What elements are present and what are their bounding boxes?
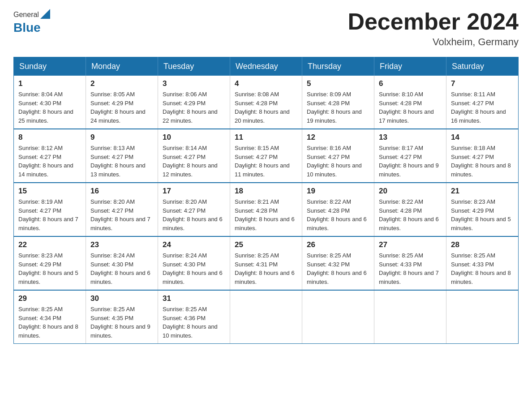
- calendar-cell: 8Sunrise: 8:12 AMSunset: 4:27 PMDaylight…: [14, 129, 86, 183]
- day-number: 12: [307, 133, 369, 142]
- calendar-cell: 2Sunrise: 8:05 AMSunset: 4:29 PMDaylight…: [86, 76, 158, 129]
- weekday-header-tuesday: Tuesday: [158, 57, 230, 76]
- calendar-cell: 22Sunrise: 8:23 AMSunset: 4:29 PMDayligh…: [14, 236, 86, 290]
- day-number: 29: [18, 294, 81, 303]
- day-number: 21: [451, 187, 514, 196]
- calendar-cell: [302, 290, 374, 344]
- day-number: 30: [90, 294, 153, 303]
- calendar-cell: 21Sunrise: 8:23 AMSunset: 4:29 PMDayligh…: [446, 183, 519, 236]
- calendar-cell: 15Sunrise: 8:19 AMSunset: 4:27 PMDayligh…: [14, 183, 86, 236]
- day-number: 13: [379, 133, 442, 142]
- day-number: 9: [90, 133, 153, 142]
- weekday-header-sunday: Sunday: [14, 57, 86, 76]
- calendar-week-row: 29Sunrise: 8:25 AMSunset: 4:34 PMDayligh…: [14, 290, 519, 344]
- day-number: 1: [18, 79, 81, 88]
- calendar-cell: 11Sunrise: 8:15 AMSunset: 4:27 PMDayligh…: [230, 129, 302, 183]
- day-number: 23: [90, 240, 153, 249]
- day-info: Sunrise: 8:23 AMSunset: 4:29 PMDaylight:…: [451, 197, 514, 232]
- day-info: Sunrise: 8:24 AMSunset: 4:30 PMDaylight:…: [90, 251, 153, 286]
- logo-arrow-icon: [40, 9, 50, 21]
- day-number: 2: [90, 79, 153, 88]
- calendar-cell: 26Sunrise: 8:25 AMSunset: 4:32 PMDayligh…: [302, 236, 374, 290]
- calendar-week-row: 22Sunrise: 8:23 AMSunset: 4:29 PMDayligh…: [14, 236, 519, 290]
- day-number: 4: [235, 79, 297, 88]
- day-number: 8: [18, 133, 81, 142]
- calendar-cell: 12Sunrise: 8:16 AMSunset: 4:27 PMDayligh…: [302, 129, 374, 183]
- location-subtitle: Volxheim, Germany: [348, 36, 519, 48]
- calendar-cell: 10Sunrise: 8:14 AMSunset: 4:27 PMDayligh…: [158, 129, 230, 183]
- calendar-cell: 27Sunrise: 8:25 AMSunset: 4:33 PMDayligh…: [374, 236, 446, 290]
- calendar-cell: 5Sunrise: 8:09 AMSunset: 4:28 PMDaylight…: [302, 76, 374, 129]
- day-number: 6: [379, 79, 442, 88]
- logo-blue-text: Blue: [13, 21, 41, 35]
- day-number: 19: [307, 187, 369, 196]
- day-info: Sunrise: 8:12 AMSunset: 4:27 PMDaylight:…: [18, 144, 81, 179]
- calendar-cell: 20Sunrise: 8:22 AMSunset: 4:28 PMDayligh…: [374, 183, 446, 236]
- weekday-header-saturday: Saturday: [446, 57, 519, 76]
- calendar-cell: [374, 290, 446, 344]
- day-number: 26: [307, 240, 369, 249]
- day-number: 22: [18, 240, 81, 249]
- page-header: General Blue December 2024 Volxheim, Ger…: [13, 9, 519, 48]
- calendar-cell: 29Sunrise: 8:25 AMSunset: 4:34 PMDayligh…: [14, 290, 86, 344]
- calendar-cell: 7Sunrise: 8:11 AMSunset: 4:27 PMDaylight…: [446, 76, 519, 129]
- day-info: Sunrise: 8:18 AMSunset: 4:27 PMDaylight:…: [451, 144, 514, 179]
- calendar-cell: 13Sunrise: 8:17 AMSunset: 4:27 PMDayligh…: [374, 129, 446, 183]
- day-number: 7: [451, 79, 514, 88]
- day-info: Sunrise: 8:22 AMSunset: 4:28 PMDaylight:…: [379, 197, 442, 232]
- day-info: Sunrise: 8:23 AMSunset: 4:29 PMDaylight:…: [18, 251, 81, 286]
- calendar-cell: 30Sunrise: 8:25 AMSunset: 4:35 PMDayligh…: [86, 290, 158, 344]
- svg-marker-0: [40, 9, 50, 19]
- calendar-cell: 3Sunrise: 8:06 AMSunset: 4:29 PMDaylight…: [158, 76, 230, 129]
- day-number: 28: [451, 240, 514, 249]
- day-number: 10: [163, 133, 225, 142]
- calendar-cell: 25Sunrise: 8:25 AMSunset: 4:31 PMDayligh…: [230, 236, 302, 290]
- day-info: Sunrise: 8:17 AMSunset: 4:27 PMDaylight:…: [379, 144, 442, 179]
- calendar-cell: [446, 290, 519, 344]
- calendar-cell: 19Sunrise: 8:22 AMSunset: 4:28 PMDayligh…: [302, 183, 374, 236]
- day-info: Sunrise: 8:06 AMSunset: 4:29 PMDaylight:…: [163, 90, 225, 125]
- calendar-cell: 28Sunrise: 8:25 AMSunset: 4:33 PMDayligh…: [446, 236, 519, 290]
- logo: General Blue: [13, 9, 50, 35]
- day-number: 24: [163, 240, 225, 249]
- title-area: December 2024 Volxheim, Germany: [348, 9, 519, 48]
- day-number: 3: [163, 79, 225, 88]
- day-info: Sunrise: 8:25 AMSunset: 4:32 PMDaylight:…: [307, 251, 369, 286]
- day-number: 16: [90, 187, 153, 196]
- calendar-cell: 4Sunrise: 8:08 AMSunset: 4:28 PMDaylight…: [230, 76, 302, 129]
- calendar-cell: 16Sunrise: 8:20 AMSunset: 4:27 PMDayligh…: [86, 183, 158, 236]
- calendar-cell: 31Sunrise: 8:25 AMSunset: 4:36 PMDayligh…: [158, 290, 230, 344]
- day-number: 20: [379, 187, 442, 196]
- day-info: Sunrise: 8:15 AMSunset: 4:27 PMDaylight:…: [235, 144, 297, 179]
- weekday-header-row: SundayMondayTuesdayWednesdayThursdayFrid…: [14, 57, 519, 76]
- day-number: 15: [18, 187, 81, 196]
- day-number: 25: [235, 240, 297, 249]
- day-number: 31: [163, 294, 225, 303]
- day-number: 11: [235, 133, 297, 142]
- day-number: 17: [163, 187, 225, 196]
- day-info: Sunrise: 8:04 AMSunset: 4:30 PMDaylight:…: [18, 90, 81, 125]
- day-info: Sunrise: 8:13 AMSunset: 4:27 PMDaylight:…: [90, 144, 153, 179]
- day-info: Sunrise: 8:25 AMSunset: 4:33 PMDaylight:…: [451, 251, 514, 286]
- calendar-week-row: 15Sunrise: 8:19 AMSunset: 4:27 PMDayligh…: [14, 183, 519, 236]
- day-info: Sunrise: 8:09 AMSunset: 4:28 PMDaylight:…: [307, 90, 369, 125]
- calendar-cell: [230, 290, 302, 344]
- day-info: Sunrise: 8:19 AMSunset: 4:27 PMDaylight:…: [18, 197, 81, 232]
- weekday-header-friday: Friday: [374, 57, 446, 76]
- day-number: 18: [235, 187, 297, 196]
- calendar-table: SundayMondayTuesdayWednesdayThursdayFrid…: [13, 57, 519, 344]
- weekday-header-thursday: Thursday: [302, 57, 374, 76]
- day-info: Sunrise: 8:25 AMSunset: 4:35 PMDaylight:…: [90, 305, 153, 340]
- day-info: Sunrise: 8:25 AMSunset: 4:36 PMDaylight:…: [163, 305, 225, 340]
- weekday-header-wednesday: Wednesday: [230, 57, 302, 76]
- calendar-week-row: 8Sunrise: 8:12 AMSunset: 4:27 PMDaylight…: [14, 129, 519, 183]
- calendar-cell: 18Sunrise: 8:21 AMSunset: 4:28 PMDayligh…: [230, 183, 302, 236]
- calendar-week-row: 1Sunrise: 8:04 AMSunset: 4:30 PMDaylight…: [14, 76, 519, 129]
- day-info: Sunrise: 8:14 AMSunset: 4:27 PMDaylight:…: [163, 144, 225, 179]
- calendar-cell: 14Sunrise: 8:18 AMSunset: 4:27 PMDayligh…: [446, 129, 519, 183]
- day-info: Sunrise: 8:24 AMSunset: 4:30 PMDaylight:…: [163, 251, 225, 286]
- calendar-cell: 17Sunrise: 8:20 AMSunset: 4:27 PMDayligh…: [158, 183, 230, 236]
- day-number: 27: [379, 240, 442, 249]
- day-info: Sunrise: 8:21 AMSunset: 4:28 PMDaylight:…: [235, 197, 297, 232]
- weekday-header-monday: Monday: [86, 57, 158, 76]
